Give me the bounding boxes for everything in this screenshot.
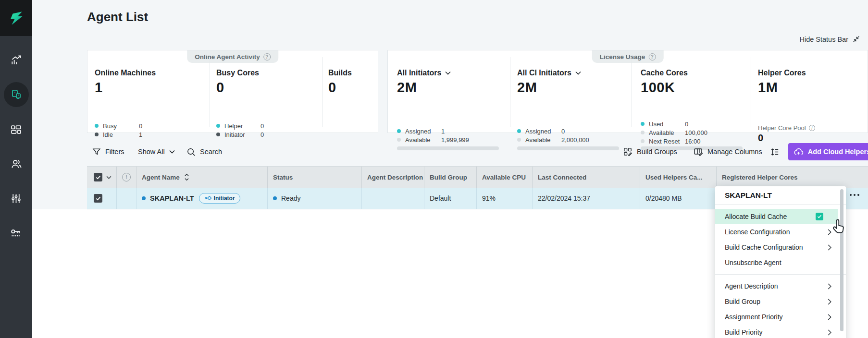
column-label: Used Helpers Ca... xyxy=(645,174,703,181)
header-last-connected[interactable]: Last Connected xyxy=(533,167,640,188)
activity-card-label-text: Online Agent Activity xyxy=(195,53,260,60)
legend-value: 2,000,000 xyxy=(561,136,589,144)
menu-item-unsubscribe-agent[interactable]: Unsubscribe Agent xyxy=(715,255,846,270)
sort-icon[interactable] xyxy=(184,173,189,181)
chevron-right-icon xyxy=(828,329,831,336)
agents-icon xyxy=(11,89,22,100)
select-menu-chevron-icon[interactable] xyxy=(106,176,112,179)
header-build-group[interactable]: Build Group xyxy=(424,167,477,188)
info-icon[interactable]: i xyxy=(809,125,815,131)
legend-row: Available 2,000,000 xyxy=(517,136,616,143)
divider xyxy=(751,57,751,127)
filters-button[interactable]: Filters xyxy=(92,143,124,160)
column-label: Agent Name xyxy=(142,174,180,181)
section-title: Busy Cores xyxy=(216,69,317,77)
show-all-label: Show All xyxy=(138,148,165,156)
manage-columns-label: Manage Columns xyxy=(707,148,762,156)
incredibuild-logo-icon xyxy=(8,10,25,26)
section-title: Builds xyxy=(328,69,376,77)
legend-value: 1 xyxy=(441,128,445,135)
manage-columns-button[interactable]: Manage Columns xyxy=(694,143,762,160)
next-reset-dot xyxy=(641,139,645,143)
legend-row: Initiator 0 xyxy=(216,131,315,138)
pool-label-text: Helper Core Pool xyxy=(758,124,806,132)
row-actions-ellipsis-icon[interactable] xyxy=(850,194,859,196)
header-status[interactable]: Status xyxy=(268,167,362,188)
header-registered-helper-cores[interactable]: Registered Helper Cores xyxy=(717,167,868,188)
menu-item-allocate-build-cache[interactable]: Allocate Build Cache xyxy=(715,209,838,224)
build-groups-button[interactable]: Build Groups xyxy=(623,143,677,160)
chevron-right-icon xyxy=(828,314,831,320)
menu-item-build-cache-configuration[interactable]: Build Cache Configuration xyxy=(715,240,846,255)
menu-item-assignment-priority[interactable]: Assignment Priority xyxy=(715,309,846,325)
menu-item-license-configuration[interactable]: License Configuration xyxy=(715,224,846,240)
header-agent-name[interactable]: Agent Name xyxy=(136,167,268,188)
legend-row: Busy 0 xyxy=(95,122,193,129)
online-machines-section: Online Machines 1 Busy 0 Idle 1 xyxy=(95,69,203,96)
legend-label: Initiator xyxy=(224,131,245,138)
header-agent-description[interactable]: Agent Description xyxy=(362,167,424,188)
app-logo[interactable] xyxy=(0,0,32,36)
menu-item-label: Assignment Priority xyxy=(725,313,783,321)
sidebar-item-settings[interactable] xyxy=(0,181,32,216)
agent-name: SKAPLAN-LT xyxy=(150,194,194,202)
sidebar-item-build-groups[interactable] xyxy=(0,112,32,146)
search-field[interactable]: Search xyxy=(186,143,222,160)
license-card-label: License Usage ? xyxy=(592,50,664,63)
menu-item-agent-description[interactable]: Agent Description xyxy=(715,278,846,294)
legend-row: Available 100,000 xyxy=(641,129,739,136)
divider xyxy=(510,57,510,127)
sidebar-item-agents[interactable] xyxy=(0,77,32,112)
header-used-helpers[interactable]: Used Helpers Ca... xyxy=(640,167,717,188)
license-usage-card: License Usage ? All Initiators 2M Assign… xyxy=(387,50,868,133)
hide-status-bar-button[interactable]: Hide Status Bar xyxy=(799,35,860,43)
select-all-checkbox[interactable] xyxy=(94,173,102,181)
available-cpu-text: 91% xyxy=(482,194,496,202)
section-title: Cache Cores xyxy=(641,69,749,77)
section-value: 1M xyxy=(758,80,861,96)
available-dot xyxy=(397,138,401,142)
sidebar-item-users[interactable] xyxy=(0,146,32,181)
row-checkbox[interactable] xyxy=(94,194,102,203)
legend-label: Busy xyxy=(103,122,117,130)
sidebar xyxy=(0,0,32,338)
context-menu-title: SKAPLAN-LT xyxy=(715,186,846,205)
all-ci-initiators-dropdown[interactable]: All CI Initiators xyxy=(517,69,625,77)
allocate-build-cache-checkbox[interactable] xyxy=(816,213,823,220)
search-icon xyxy=(186,147,196,157)
column-label: Last Connected xyxy=(538,174,586,181)
row-height-button[interactable] xyxy=(770,143,779,160)
pool-value: 0 xyxy=(758,133,763,144)
show-all-dropdown[interactable]: Show All xyxy=(138,143,175,160)
check-icon xyxy=(817,215,822,218)
sidebar-item-license[interactable] xyxy=(0,216,32,250)
question-icon[interactable]: ? xyxy=(263,53,271,60)
assigned-dot xyxy=(397,129,401,133)
header-available-cpu[interactable]: Available CPU xyxy=(477,167,533,188)
menu-item-label: Allocate Build Cache xyxy=(725,213,787,220)
cache-cores-section: Cache Cores 100K Used 0 Available 100,00… xyxy=(641,69,749,96)
users-icon xyxy=(10,157,23,170)
legend-label: Helper xyxy=(224,122,243,130)
header-select-cell xyxy=(87,167,117,188)
chevron-down-icon xyxy=(575,71,581,75)
section-value: 0 xyxy=(216,80,317,96)
check-icon xyxy=(96,175,101,180)
available-dot xyxy=(641,131,645,134)
settings-sliders-icon xyxy=(10,193,22,205)
menu-item-build-priority[interactable]: Build Priority xyxy=(715,325,846,338)
legend-value: 0 xyxy=(139,122,142,130)
add-cloud-helpers-button[interactable]: Add Cloud Helpers xyxy=(788,143,868,160)
row-agent-name-cell: SKAPLAN-LT Initiator xyxy=(136,188,268,209)
menu-item-build-group[interactable]: Build Group xyxy=(715,294,846,309)
hand-cursor-icon xyxy=(830,217,846,235)
all-initiators-dropdown[interactable]: All Initiators xyxy=(397,69,505,77)
column-label: Build Group xyxy=(430,174,467,181)
sidebar-item-analytics[interactable] xyxy=(0,43,32,77)
row-select-cell xyxy=(87,188,117,209)
menu-scrollbar[interactable] xyxy=(840,189,843,331)
section-value: 100K xyxy=(641,80,749,96)
search-placeholder: Search xyxy=(200,148,222,156)
question-icon[interactable]: ? xyxy=(648,53,656,60)
busy-cores-section: Busy Cores 0 Helper 0 Initiator 0 xyxy=(216,69,317,96)
